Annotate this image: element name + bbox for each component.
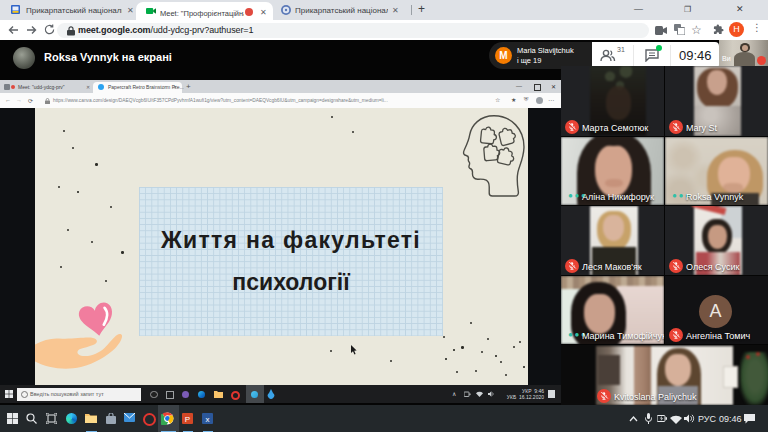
svg-text:x: x xyxy=(206,415,210,424)
svg-text:P: P xyxy=(185,415,190,424)
